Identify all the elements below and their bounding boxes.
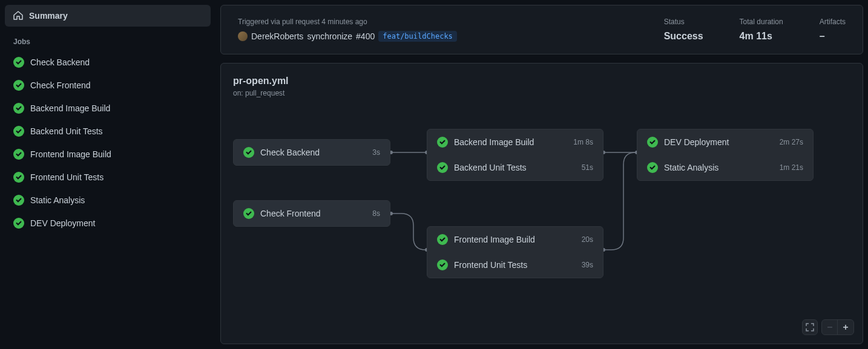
sidebar-job-backend-image-build[interactable]: Backend Image Build — [5, 97, 211, 120]
job-label: Check Backend — [30, 57, 90, 67]
check-circle-icon — [13, 172, 24, 183]
sidebar-job-frontend-unit-tests[interactable]: Frontend Unit Tests — [5, 166, 211, 189]
check-circle-icon — [13, 80, 24, 91]
node-label: Check Backend — [260, 148, 366, 157]
check-circle-icon — [13, 195, 24, 206]
minus-icon — [826, 324, 833, 331]
job-label: Backend Unit Tests — [30, 126, 103, 136]
check-circle-icon — [13, 57, 24, 68]
duration-label: Total duration — [740, 18, 783, 26]
run-header: Triggered via pull request 4 minutes ago… — [220, 5, 863, 54]
workflow-graph-panel: pr-open.yml on: pull_request Check Backe… — [220, 63, 863, 344]
action-name: synchronize — [307, 31, 352, 41]
job-label: Check Frontend — [30, 80, 91, 90]
job-label: Frontend Image Build — [30, 149, 111, 159]
check-circle-icon — [243, 208, 254, 219]
sidebar-job-static-analysis[interactable]: Static Analysis — [5, 189, 211, 212]
sidebar: Summary Jobs Check Backend Check Fronten… — [5, 5, 211, 344]
check-circle-icon — [437, 234, 448, 245]
graph-node-dev-deployment[interactable]: DEV Deployment 2m 27s — [637, 129, 813, 155]
job-label: Static Analysis — [30, 195, 85, 205]
fullscreen-icon — [806, 323, 814, 331]
node-time: 39s — [582, 261, 593, 269]
check-circle-icon — [647, 137, 658, 148]
jobs-heading: Jobs — [5, 27, 211, 51]
graph-node-static-analysis[interactable]: Static Analysis 1m 21s — [637, 155, 813, 180]
node-label: Frontend Image Build — [454, 235, 576, 244]
check-circle-icon — [437, 162, 448, 173]
node-label: Static Analysis — [664, 163, 774, 172]
check-circle-icon — [13, 218, 24, 229]
artifacts-value: – — [820, 31, 846, 42]
node-time: 51s — [582, 163, 593, 172]
check-circle-icon — [437, 137, 448, 148]
fullscreen-button[interactable] — [802, 319, 818, 335]
graph-node-frontend-image-build[interactable]: Frontend Image Build 20s — [427, 227, 603, 252]
pr-number[interactable]: #400 — [356, 31, 375, 41]
duration-value: 4m 11s — [740, 31, 783, 42]
job-label: Frontend Unit Tests — [30, 172, 104, 182]
graph-node-group-frontend: Frontend Image Build 20s Frontend Unit T… — [427, 226, 603, 278]
zoom-out-button[interactable] — [822, 320, 838, 334]
graph-node-backend-unit-tests[interactable]: Backend Unit Tests 51s — [427, 155, 603, 180]
status-label: Status — [664, 18, 703, 26]
node-time: 2m 27s — [780, 138, 803, 146]
home-icon — [13, 11, 23, 21]
zoom-in-button[interactable] — [838, 320, 853, 334]
status-value: Success — [664, 31, 703, 42]
node-time: 3s — [372, 148, 380, 157]
trigger-line: DerekRoberts synchronize #400 feat/build… — [238, 31, 628, 42]
zoom-group — [821, 319, 854, 335]
plus-icon — [842, 324, 849, 331]
sidebar-job-check-backend[interactable]: Check Backend — [5, 51, 211, 74]
main-content: Triggered via pull request 4 minutes ago… — [220, 5, 863, 344]
branch-tag[interactable]: feat/buildChecks — [378, 31, 457, 42]
node-time: 1m 21s — [780, 163, 803, 172]
trigger-label: Triggered via pull request 4 minutes ago — [238, 18, 628, 26]
artifacts-label: Artifacts — [820, 18, 846, 26]
node-time: 1m 8s — [573, 138, 593, 146]
workflow-subtitle: on: pull_request — [233, 89, 850, 97]
summary-label: Summary — [29, 11, 68, 21]
sidebar-job-frontend-image-build[interactable]: Frontend Image Build — [5, 143, 211, 166]
node-label: Backend Image Build — [454, 137, 567, 147]
workflow-title: pr-open.yml — [233, 76, 850, 86]
graph-canvas[interactable]: Check Backend 3s Check Frontend 8s Backe… — [233, 118, 850, 331]
zoom-controls — [802, 319, 854, 335]
check-circle-icon — [13, 126, 24, 137]
artifacts-block: Artifacts – — [820, 18, 846, 42]
graph-node-check-frontend[interactable]: Check Frontend 8s — [233, 200, 390, 227]
graph-node-backend-image-build[interactable]: Backend Image Build 1m 8s — [427, 129, 603, 155]
check-circle-icon — [243, 147, 254, 158]
sidebar-job-check-frontend[interactable]: Check Frontend — [5, 74, 211, 97]
trigger-block: Triggered via pull request 4 minutes ago… — [238, 18, 628, 42]
graph-node-check-backend[interactable]: Check Backend 3s — [233, 139, 390, 166]
sidebar-job-backend-unit-tests[interactable]: Backend Unit Tests — [5, 120, 211, 143]
job-label: DEV Deployment — [30, 218, 95, 228]
job-label: Backend Image Build — [30, 103, 110, 113]
check-circle-icon — [13, 149, 24, 160]
node-time: 8s — [372, 209, 380, 218]
avatar[interactable] — [238, 31, 248, 41]
actor-name[interactable]: DerekRoberts — [251, 31, 303, 41]
node-label: Frontend Unit Tests — [454, 260, 576, 270]
node-label: DEV Deployment — [664, 137, 774, 147]
check-circle-icon — [647, 162, 658, 173]
node-label: Backend Unit Tests — [454, 163, 576, 172]
status-block: Status Success — [664, 18, 703, 42]
node-time: 20s — [582, 235, 593, 244]
check-circle-icon — [437, 259, 448, 270]
duration-block: Total duration 4m 11s — [740, 18, 783, 42]
graph-node-group-backend: Backend Image Build 1m 8s Backend Unit T… — [427, 129, 603, 181]
node-label: Check Frontend — [260, 209, 366, 218]
graph-node-frontend-unit-tests[interactable]: Frontend Unit Tests 39s — [427, 252, 603, 278]
sidebar-job-dev-deployment[interactable]: DEV Deployment — [5, 212, 211, 235]
sidebar-summary[interactable]: Summary — [5, 5, 211, 27]
check-circle-icon — [13, 103, 24, 114]
graph-node-group-final: DEV Deployment 2m 27s Static Analysis 1m… — [637, 129, 814, 181]
